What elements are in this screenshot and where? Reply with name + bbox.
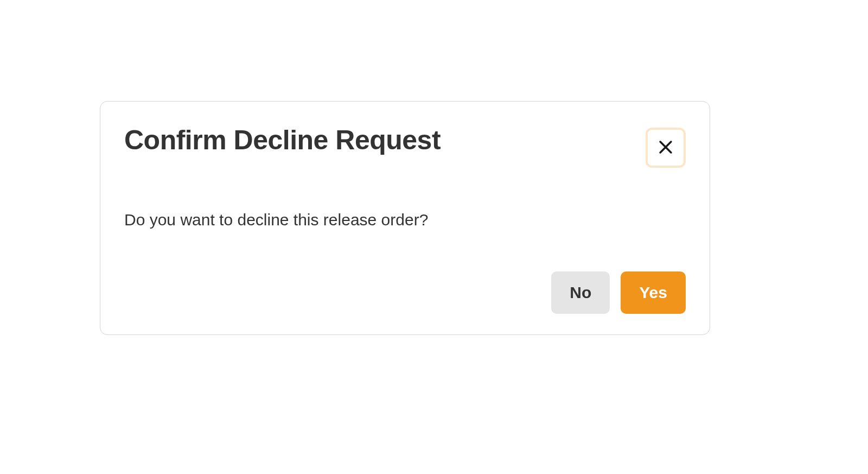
no-button[interactable]: No xyxy=(551,271,610,314)
dialog-title: Confirm Decline Request xyxy=(124,125,441,155)
close-icon xyxy=(656,138,675,158)
dialog-message: Do you want to decline this release orde… xyxy=(124,209,686,230)
dialog-footer: No Yes xyxy=(124,271,686,314)
close-button[interactable] xyxy=(646,128,686,168)
confirm-dialog: Confirm Decline Request Do you want to d… xyxy=(100,101,710,335)
dialog-header: Confirm Decline Request xyxy=(124,125,686,168)
dialog-body: Do you want to decline this release orde… xyxy=(124,209,686,230)
yes-button[interactable]: Yes xyxy=(621,271,686,314)
